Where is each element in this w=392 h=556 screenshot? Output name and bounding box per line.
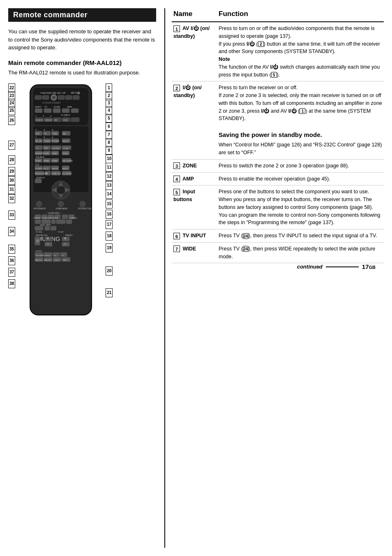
svg-text:TV: TV [44, 106, 47, 108]
rnum-1: 1 [106, 84, 113, 92]
svg-text:A.DIRECT: A.DIRECT [35, 168, 44, 170]
row-4-function: Press to enable the receiver operation (… [217, 172, 384, 185]
num-32: 32 [8, 194, 15, 211]
svg-text:THEATER RM SET UP: THEATER RM SET UP [40, 92, 66, 94]
row-4-name: 4 AMP [172, 172, 217, 185]
svg-text:SA-CN: SA-CN [35, 140, 42, 142]
table-row: 6 TV INPUT Press TV (24), then press TV … [172, 229, 384, 243]
table-row: 3 ZONE Press to switch the zone 2 or zon… [172, 159, 384, 172]
svg-rect-125 [56, 220, 65, 224]
svg-text:+: + [46, 236, 49, 241]
remote-diagram: 22 23 24 25 26 27 28 29 30 31 32 33 34 3… [8, 84, 156, 320]
row-num-5: 5 [173, 189, 180, 195]
svg-rect-19 [62, 109, 69, 113]
left-numbers: 22 23 24 25 26 27 28 29 30 31 32 33 34 3… [8, 84, 15, 320]
svg-text:A.E.D: A.E.D [44, 168, 49, 170]
svg-text:TAPE: TAPE [52, 132, 58, 135]
svg-text:ZONE: ZONE [54, 106, 60, 108]
svg-text:F1: F1 [54, 255, 56, 257]
svg-text:·0/10: ·0/10 [44, 147, 48, 149]
page-footer: continued 17GB [172, 263, 384, 274]
table-row: 7 WIDE Press TV (24), then press WIDE re… [172, 242, 384, 263]
svg-text:DVD: DVD [63, 119, 68, 121]
svg-text:·RETURN/EXIT: ·RETURN/EXIT [33, 208, 46, 210]
svg-text:NET-WORK: NET-WORK [63, 160, 73, 162]
svg-text:·2: ·2 [42, 115, 44, 117]
row-num-6: 6 [173, 233, 180, 239]
svg-rect-16 [35, 109, 42, 113]
footer-line [326, 266, 359, 267]
row-5-function: Press one of the buttons to select the c… [217, 185, 384, 229]
svg-point-109 [80, 201, 85, 207]
row-3-function: Press to switch the zone 2 or zone 3 ope… [217, 159, 384, 172]
svg-text:HDMI6: HDMI6 [52, 160, 58, 162]
svg-text:HDMI1: HDMI1 [44, 153, 49, 155]
svg-rect-123 [42, 220, 51, 224]
svg-text:TUNING– CATEGORY MODE: TUNING– CATEGORY MODE [33, 217, 58, 219]
svg-text:·6: ·6 [51, 129, 53, 131]
subsection-desc: The RM-AAL012 remote is used for illustr… [8, 69, 156, 77]
rnum-14: 14 [106, 190, 113, 198]
svg-text:–: – [64, 241, 67, 247]
svg-rect-124 [51, 220, 55, 224]
svg-text:BD/DVD: BD/DVD [36, 250, 42, 252]
row-num-3: 3 [173, 162, 180, 169]
rnum-11: 11 [106, 163, 113, 172]
row-6-function: Press TV (24), then press TV INPUT to se… [217, 229, 384, 243]
svg-rect-130 [51, 226, 56, 230]
svg-text:HDMI OUT: HDMI OUT [52, 173, 61, 175]
svg-text:TUNER: TUNER [44, 140, 51, 142]
rnum-9: 9 [106, 146, 113, 155]
svg-text:·9: ·9 [51, 136, 53, 139]
svg-text:2CH/: 2CH/ [35, 164, 39, 166]
table-row: 1 AV I/⏻ (on/standby) Press to turn on o… [172, 22, 384, 81]
svg-text:·HOME MENU: ·HOME MENU [55, 208, 67, 210]
svg-rect-17 [44, 109, 51, 113]
num-34: 34 [8, 227, 15, 243]
svg-text:TOP MENU: TOP MENU [36, 255, 44, 257]
page-number: 17GB [362, 263, 376, 270]
rnum-10: 10 [106, 155, 113, 163]
rnum-6: 6 [106, 123, 113, 131]
svg-rect-9 [65, 95, 72, 100]
num-25: 25 [8, 107, 15, 114]
svg-text:SAT: SAT [36, 132, 39, 135]
num-37: 37 [8, 266, 15, 278]
saving-header: Saving the power in standby mode. [219, 130, 382, 140]
num-30: 30 [8, 176, 15, 185]
intro-text: You can use the supplied remote to opera… [8, 28, 156, 52]
svg-rect-8 [58, 95, 65, 100]
svg-text:MULTI: MULTI [63, 140, 69, 142]
right-panel: Name Function 1 AV I/⏻ (on/standby) Pres… [164, 8, 384, 548]
svg-text:VIDEO2: VIDEO2 [45, 119, 53, 121]
row-7-name: 7 WIDE [172, 242, 217, 263]
row-num-1: 1 [173, 25, 180, 32]
svg-text:·3: ·3 [50, 115, 51, 117]
rnum-21: 21 [106, 287, 113, 299]
row-6-name: 6 TV INPUT [172, 229, 217, 243]
num-27: 27 [8, 139, 15, 155]
svg-text:MD: MD [63, 132, 66, 135]
svg-text:SYSTEM STANDBY: SYSTEM STANDBY [42, 102, 61, 104]
svg-text:BD: BD [55, 119, 58, 121]
svg-text:·8: ·8 [43, 136, 45, 139]
svg-rect-126 [66, 220, 72, 224]
num-28: 28 [8, 155, 15, 167]
rnum-5: 5 [106, 114, 113, 123]
svg-text:TV VOL: TV VOL [36, 231, 43, 233]
rnum-15: 15 [106, 198, 113, 210]
svg-text:·CLEAR: ·CLEAR [62, 147, 69, 149]
svg-text:PHONO: PHONO [52, 140, 59, 142]
function-table: Name Function 1 AV I/⏻ (on/standby) Pres… [172, 8, 384, 263]
num-35: 35 [8, 243, 15, 255]
svg-text:MACRO1: MACRO1 [35, 259, 43, 261]
num-36: 36 [8, 255, 15, 266]
svg-text:AMP: AMP [67, 106, 72, 108]
rnum-7: 7 [106, 131, 113, 139]
num-26: 26 [8, 114, 15, 139]
svg-rect-122 [35, 220, 41, 224]
row-num-2: 2 [173, 85, 180, 91]
rnum-8: 8 [106, 139, 113, 146]
svg-text:TUNING+: TUNING+ [69, 217, 78, 219]
svg-text:ENT/MEM: ENT/MEM [52, 147, 59, 149]
